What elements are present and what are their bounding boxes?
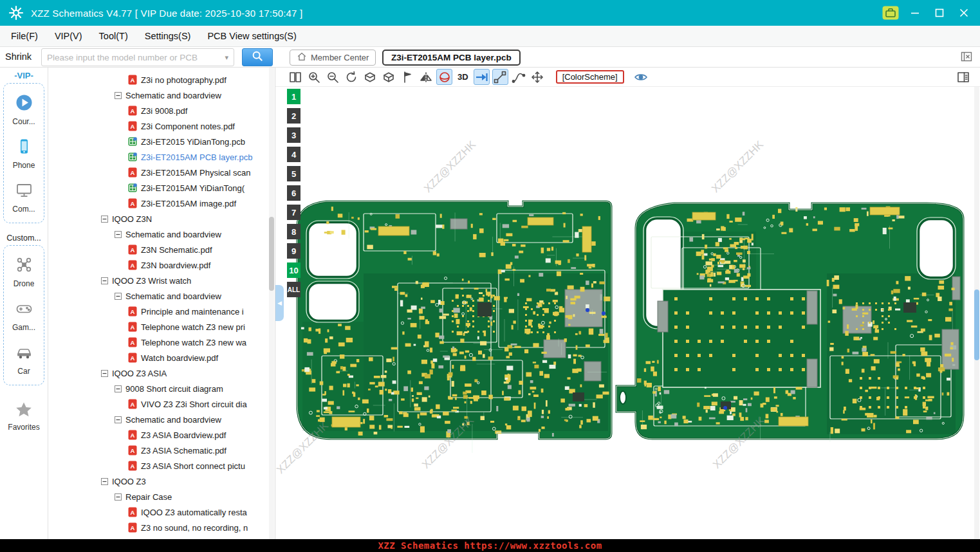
layer-button-10[interactable]: 10 [287,262,300,278]
visibility-icon[interactable] [633,69,649,85]
tree-item[interactable]: Schematic and boardview [48,226,275,242]
tree-item[interactable]: AZ3N boardview.pdf [48,257,275,273]
tree-item[interactable]: AZ3 ASIA Schematic.pdf [48,443,275,458]
favorites-button[interactable]: Favorites [0,401,48,432]
collapse-toggle-icon[interactable] [115,231,122,238]
collapse-toggle-icon[interactable] [115,385,122,392]
collapse-toggle-icon[interactable] [101,216,108,223]
layer-button-1[interactable]: 1 [287,89,300,104]
layer-button-3[interactable]: 3 [287,127,300,143]
vip-item-cour[interactable]: Cour... [4,87,44,131]
collapse-toggle-icon[interactable] [101,370,108,377]
pcb-scrollbar-thumb[interactable] [974,290,979,360]
board-top-icon[interactable] [362,69,378,85]
tree-item[interactable]: APrinciple and maintenance i [48,304,275,319]
tree-item[interactable]: Schematic and boardview [48,288,275,304]
tree-item[interactable]: AZ3i no photography.pdf [48,72,275,87]
tree-item[interactable]: Z3i-ET2015 YiDianTong.pcb [48,134,275,149]
tree-item[interactable]: IQOO Z3N [48,211,275,226]
probe-flag-icon[interactable] [399,69,415,85]
colorscheme-button[interactable]: [ColorScheme] [556,70,624,84]
collapse-toggle-icon[interactable] [115,416,122,423]
vip-item-phone[interactable]: Phone [4,131,44,175]
tree-item[interactable]: IQOO Z3 ASIA [48,365,275,381]
tree-item[interactable]: AZ3i-ET2015AM Physical scan [48,165,275,180]
tree-item[interactable]: Repair Case [48,489,275,504]
tree-item[interactable]: AZ3i 9008.pdf [48,103,275,118]
collapse-toggle-icon[interactable] [115,293,122,300]
tree-item[interactable]: AZ3 no sound, no recording, n [48,520,275,535]
menu-item-2[interactable]: Tool(T) [91,26,136,46]
chevron-down-icon[interactable]: ▾ [225,53,234,62]
layer-button-7[interactable]: 7 [287,205,300,220]
maximize-button[interactable] [930,4,949,22]
tree-item[interactable]: AZ3N Schematic.pdf [48,242,275,257]
member-center-button[interactable]: Member Center [290,50,376,66]
tab-active-pcb[interactable]: Z3i-ET2015AM PCB layer.pcb [382,50,521,66]
layer-button-5[interactable]: 5 [287,166,300,181]
tree-item-label: Z3i-ET2015AM PCB layer.pcb [141,152,252,162]
tree-item[interactable]: AZ3 ASIA Short connect pictu [48,458,275,474]
tree-item[interactable]: ATelephone watch Z3 new pri [48,319,275,335]
tree-scrollbar[interactable] [269,68,274,539]
3d-mode-button[interactable]: 3D [455,72,471,82]
vip-item-car[interactable]: Car [4,337,44,381]
curve-tool-icon[interactable] [511,69,527,85]
tree-item[interactable]: Schematic and boardview [48,412,275,427]
close-button[interactable] [954,4,974,22]
collapse-toggle-icon[interactable] [115,92,122,99]
search-button[interactable] [242,48,273,66]
layer-button-9[interactable]: 9 [287,243,300,259]
pdf-icon: A [128,353,137,363]
vip-item-com[interactable]: Com... [4,175,44,219]
board-bottom-icon[interactable] [380,69,396,85]
pcb-canvas[interactable]: XZZ@XZZHKXZZ@XZZHKXZZ@XZZHKXZZ@XZZHKXZZ@… [275,87,980,539]
collapse-toggle-icon[interactable] [101,277,108,284]
tree-item[interactable]: AZ3i Component notes.pdf [48,118,275,134]
dual-view-icon[interactable] [287,69,303,85]
tree-item[interactable]: Z3i-ET2015AM PCB layer.pcb [48,149,275,165]
vip-badge-icon[interactable] [881,4,900,22]
tree-item[interactable]: AIQOO Z3 automatically resta [48,504,275,520]
tree-item[interactable]: Schematic and boardview [48,87,275,103]
layer-button-6[interactable]: 6 [287,185,300,201]
tree-item[interactable]: ATelephone watch Z3 new wa [48,335,275,350]
zoom-in-icon[interactable] [306,69,322,85]
minimize-button[interactable] [905,4,925,22]
menu-item-3[interactable]: Settings(S) [136,26,199,46]
layer-button-8[interactable]: 8 [287,224,300,239]
shrink-button[interactable]: Shrink [5,51,32,62]
collapse-toggle-icon[interactable] [115,493,122,501]
tree-item[interactable]: AVIVO Z3 Z3i Short circuit dia [48,396,275,412]
jump-arrow-icon[interactable] [474,69,490,85]
mirror-flip-icon[interactable] [418,69,434,85]
panel-layout-icon[interactable] [955,69,971,85]
layer-button-4[interactable]: 4 [287,147,300,162]
close-panel-icon[interactable] [961,51,972,65]
rotate-icon[interactable] [343,69,359,85]
tree-item[interactable]: IQOO Z3 [48,474,275,489]
vip-item-gam[interactable]: Gam... [4,293,44,337]
search-input[interactable] [42,53,225,62]
tree-item[interactable]: 9008 Short circuit diagram [48,381,275,396]
zoom-out-icon[interactable] [324,69,340,85]
vip-item-drone[interactable]: Drone [4,250,44,293]
custom-label: Custom... [0,234,48,243]
layer-button-2[interactable]: 2 [287,108,300,124]
collapse-panel-handle[interactable]: ◀ [275,285,284,321]
diode-mode-icon[interactable] [436,69,452,85]
menu-item-4[interactable]: PCB View settings(S) [199,26,304,46]
tree-scrollbar-thumb[interactable] [269,217,274,291]
menu-item-0[interactable]: File(F) [3,26,46,46]
collapse-toggle-icon[interactable] [101,478,108,485]
tree-item[interactable]: IQOO Z3 Wrist watch [48,273,275,288]
tree-item[interactable]: AWatch boardview.pdf [48,350,275,365]
tree-item[interactable]: Z3i-ET2015AM YiDianTong( [48,180,275,196]
tree-item[interactable]: AZ3i-ET2015AM image.pdf [48,196,275,211]
tree-item[interactable]: AZ3 ASIA Boardview.pdf [48,427,275,443]
move-tool-icon[interactable] [530,69,546,85]
menu-item-1[interactable]: VIP(V) [46,26,91,46]
measure-icon[interactable] [492,69,508,85]
layer-button-all[interactable]: ALL [287,282,300,297]
pcb-scrollbar[interactable] [974,87,979,539]
